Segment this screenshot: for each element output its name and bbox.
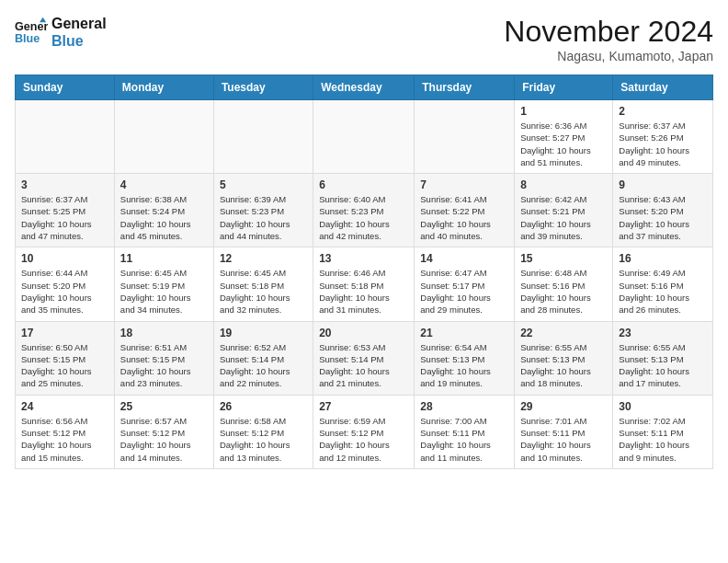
calendar-day-cell — [415, 100, 515, 174]
logo: General Blue General Blue — [15, 15, 107, 50]
day-info: Sunrise: 6:59 AM Sunset: 5:12 PM Dayligh… — [319, 415, 408, 464]
day-number: 18 — [120, 327, 208, 339]
calendar-day-cell: 22Sunrise: 6:55 AM Sunset: 5:13 PM Dayli… — [515, 321, 613, 395]
logo-line1: General — [51, 15, 107, 32]
day-number: 21 — [420, 327, 508, 339]
day-info: Sunrise: 6:38 AM Sunset: 5:24 PM Dayligh… — [120, 193, 208, 242]
logo-line2: Blue — [51, 32, 107, 50]
calendar-week-row: 3Sunrise: 6:37 AM Sunset: 5:25 PM Daylig… — [16, 174, 713, 247]
page-header: General Blue General Blue November 2024 … — [15, 15, 713, 63]
calendar-day-cell: 1Sunrise: 6:36 AM Sunset: 5:27 PM Daylig… — [515, 100, 613, 174]
day-number: 24 — [21, 400, 108, 413]
day-info: Sunrise: 7:02 AM Sunset: 5:11 PM Dayligh… — [619, 415, 707, 464]
day-info: Sunrise: 6:42 AM Sunset: 5:21 PM Dayligh… — [520, 193, 607, 242]
day-info: Sunrise: 6:44 AM Sunset: 5:20 PM Dayligh… — [21, 267, 108, 316]
calendar-day-cell: 16Sunrise: 6:49 AM Sunset: 5:16 PM Dayli… — [613, 247, 713, 321]
calendar-week-row: 17Sunrise: 6:50 AM Sunset: 5:15 PM Dayli… — [16, 321, 713, 395]
calendar-week-row: 24Sunrise: 6:56 AM Sunset: 5:12 PM Dayli… — [16, 395, 713, 468]
weekday-header: Monday — [114, 75, 213, 100]
day-info: Sunrise: 6:51 AM Sunset: 5:15 PM Dayligh… — [120, 341, 208, 390]
calendar-day-cell — [313, 100, 415, 174]
day-number: 29 — [520, 400, 607, 413]
day-number: 23 — [619, 327, 707, 339]
day-info: Sunrise: 6:47 AM Sunset: 5:17 PM Dayligh… — [420, 267, 508, 316]
day-info: Sunrise: 6:54 AM Sunset: 5:13 PM Dayligh… — [420, 341, 508, 390]
day-number: 1 — [520, 105, 607, 118]
calendar-day-cell: 18Sunrise: 6:51 AM Sunset: 5:15 PM Dayli… — [114, 321, 213, 395]
logo-icon: General Blue — [15, 16, 48, 49]
day-info: Sunrise: 6:37 AM Sunset: 5:26 PM Dayligh… — [619, 120, 707, 168]
day-number: 2 — [619, 105, 707, 118]
calendar-day-cell: 3Sunrise: 6:37 AM Sunset: 5:25 PM Daylig… — [16, 174, 115, 247]
day-number: 10 — [21, 252, 108, 265]
day-info: Sunrise: 6:57 AM Sunset: 5:12 PM Dayligh… — [120, 415, 208, 464]
calendar-day-cell: 2Sunrise: 6:37 AM Sunset: 5:26 PM Daylig… — [613, 100, 713, 174]
day-info: Sunrise: 6:53 AM Sunset: 5:14 PM Dayligh… — [319, 341, 408, 390]
calendar-day-cell: 27Sunrise: 6:59 AM Sunset: 5:12 PM Dayli… — [313, 395, 415, 468]
calendar-day-cell: 9Sunrise: 6:43 AM Sunset: 5:20 PM Daylig… — [613, 174, 713, 247]
day-info: Sunrise: 7:01 AM Sunset: 5:11 PM Dayligh… — [520, 415, 607, 464]
day-info: Sunrise: 6:45 AM Sunset: 5:19 PM Dayligh… — [120, 267, 208, 316]
day-info: Sunrise: 6:45 AM Sunset: 5:18 PM Dayligh… — [220, 267, 307, 316]
calendar-day-cell — [114, 100, 213, 174]
day-number: 7 — [420, 178, 508, 191]
location: Nagasu, Kumamoto, Japan — [504, 49, 713, 63]
calendar-day-cell: 11Sunrise: 6:45 AM Sunset: 5:19 PM Dayli… — [114, 247, 213, 321]
day-number: 28 — [420, 400, 508, 413]
day-number: 20 — [319, 327, 408, 339]
day-info: Sunrise: 6:37 AM Sunset: 5:25 PM Dayligh… — [21, 193, 108, 242]
calendar-day-cell: 30Sunrise: 7:02 AM Sunset: 5:11 PM Dayli… — [613, 395, 713, 468]
day-number: 26 — [220, 400, 307, 413]
calendar-week-row: 10Sunrise: 6:44 AM Sunset: 5:20 PM Dayli… — [16, 247, 713, 321]
day-info: Sunrise: 6:52 AM Sunset: 5:14 PM Dayligh… — [220, 341, 307, 390]
day-number: 30 — [619, 400, 707, 413]
day-number: 11 — [120, 252, 208, 265]
day-info: Sunrise: 6:40 AM Sunset: 5:23 PM Dayligh… — [319, 193, 408, 242]
day-number: 12 — [220, 252, 307, 265]
day-number: 5 — [220, 178, 307, 191]
calendar-day-cell: 12Sunrise: 6:45 AM Sunset: 5:18 PM Dayli… — [213, 247, 313, 321]
day-number: 6 — [319, 178, 408, 191]
weekday-header: Saturday — [613, 75, 713, 100]
calendar-day-cell: 28Sunrise: 7:00 AM Sunset: 5:11 PM Dayli… — [415, 395, 515, 468]
day-number: 27 — [319, 400, 408, 413]
calendar-day-cell: 25Sunrise: 6:57 AM Sunset: 5:12 PM Dayli… — [114, 395, 213, 468]
day-info: Sunrise: 6:49 AM Sunset: 5:16 PM Dayligh… — [619, 267, 707, 316]
calendar-day-cell: 24Sunrise: 6:56 AM Sunset: 5:12 PM Dayli… — [16, 395, 115, 468]
calendar-day-cell: 4Sunrise: 6:38 AM Sunset: 5:24 PM Daylig… — [114, 174, 213, 247]
calendar-day-cell: 17Sunrise: 6:50 AM Sunset: 5:15 PM Dayli… — [16, 321, 115, 395]
calendar-day-cell: 21Sunrise: 6:54 AM Sunset: 5:13 PM Dayli… — [415, 321, 515, 395]
calendar-day-cell: 23Sunrise: 6:55 AM Sunset: 5:13 PM Dayli… — [613, 321, 713, 395]
day-info: Sunrise: 6:48 AM Sunset: 5:16 PM Dayligh… — [520, 267, 607, 316]
day-number: 17 — [21, 327, 108, 339]
day-info: Sunrise: 6:58 AM Sunset: 5:12 PM Dayligh… — [220, 415, 307, 464]
calendar-day-cell: 14Sunrise: 6:47 AM Sunset: 5:17 PM Dayli… — [415, 247, 515, 321]
month-title: November 2024 — [504, 15, 713, 49]
calendar-header-row: SundayMondayTuesdayWednesdayThursdayFrid… — [16, 75, 713, 100]
day-info: Sunrise: 6:46 AM Sunset: 5:18 PM Dayligh… — [319, 267, 408, 316]
day-info: Sunrise: 6:39 AM Sunset: 5:23 PM Dayligh… — [220, 193, 307, 242]
day-info: Sunrise: 6:50 AM Sunset: 5:15 PM Dayligh… — [21, 341, 108, 390]
calendar-day-cell: 20Sunrise: 6:53 AM Sunset: 5:14 PM Dayli… — [313, 321, 415, 395]
calendar-day-cell: 10Sunrise: 6:44 AM Sunset: 5:20 PM Dayli… — [16, 247, 115, 321]
weekday-header: Tuesday — [213, 75, 313, 100]
calendar-day-cell: 8Sunrise: 6:42 AM Sunset: 5:21 PM Daylig… — [515, 174, 613, 247]
day-number: 14 — [420, 252, 508, 265]
calendar-day-cell: 5Sunrise: 6:39 AM Sunset: 5:23 PM Daylig… — [213, 174, 313, 247]
day-info: Sunrise: 6:55 AM Sunset: 5:13 PM Dayligh… — [520, 341, 607, 390]
title-block: November 2024 Nagasu, Kumamoto, Japan — [504, 15, 713, 63]
day-number: 19 — [220, 327, 307, 339]
calendar-day-cell: 26Sunrise: 6:58 AM Sunset: 5:12 PM Dayli… — [213, 395, 313, 468]
day-info: Sunrise: 6:56 AM Sunset: 5:12 PM Dayligh… — [21, 415, 108, 464]
weekday-header: Thursday — [415, 75, 515, 100]
calendar-day-cell: 19Sunrise: 6:52 AM Sunset: 5:14 PM Dayli… — [213, 321, 313, 395]
calendar-day-cell: 13Sunrise: 6:46 AM Sunset: 5:18 PM Dayli… — [313, 247, 415, 321]
calendar-day-cell: 7Sunrise: 6:41 AM Sunset: 5:22 PM Daylig… — [415, 174, 515, 247]
day-number: 16 — [619, 252, 707, 265]
day-number: 4 — [120, 178, 208, 191]
day-number: 8 — [520, 178, 607, 191]
day-info: Sunrise: 7:00 AM Sunset: 5:11 PM Dayligh… — [420, 415, 508, 464]
calendar-day-cell: 29Sunrise: 7:01 AM Sunset: 5:11 PM Dayli… — [515, 395, 613, 468]
day-info: Sunrise: 6:36 AM Sunset: 5:27 PM Dayligh… — [520, 120, 607, 168]
calendar-table: SundayMondayTuesdayWednesdayThursdayFrid… — [15, 75, 713, 469]
